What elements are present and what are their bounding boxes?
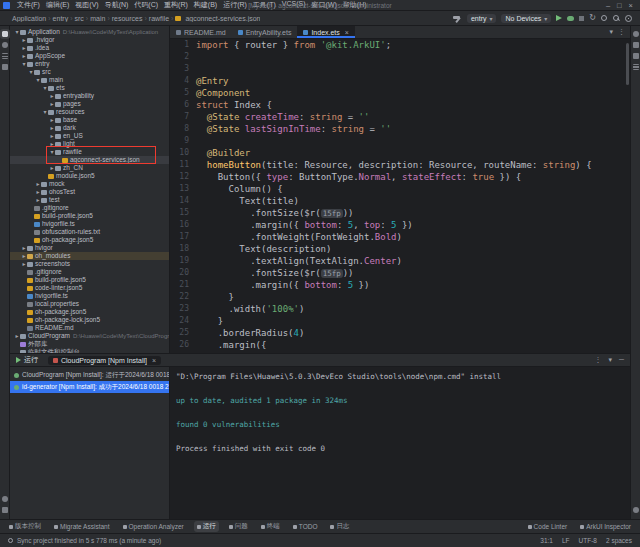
menu-item[interactable]: 编辑(E) bbox=[43, 0, 72, 10]
tree-item[interactable]: build-profile.json5 bbox=[10, 276, 169, 284]
menu-item[interactable]: 代码(C) bbox=[131, 0, 161, 10]
menu-item[interactable]: 运行(R) bbox=[220, 0, 250, 10]
tree-item[interactable]: ▾ets bbox=[10, 84, 169, 92]
tree-item[interactable]: ▸dark bbox=[10, 124, 169, 132]
tree-item[interactable]: module.json5 bbox=[10, 172, 169, 180]
tool-window-button[interactable]: 终端 bbox=[258, 521, 283, 532]
tree-item[interactable]: ▾rawfile bbox=[10, 148, 169, 156]
breadcrumb-item[interactable]: entry bbox=[53, 15, 69, 22]
tree-item[interactable]: code-linter.json5 bbox=[10, 284, 169, 292]
tool-window-button[interactable]: Operation Analyzer bbox=[120, 521, 187, 532]
breadcrumb-item[interactable]: Application bbox=[12, 15, 46, 22]
close-tab-icon[interactable]: × bbox=[345, 29, 349, 36]
editor-tab[interactable]: Index.ets× bbox=[297, 26, 355, 38]
close-icon[interactable]: × bbox=[152, 357, 156, 364]
run-console[interactable]: "D:\Program Files\Huawei\5.0.3\DevEco St… bbox=[170, 367, 630, 519]
tree-item[interactable]: ▸mock bbox=[10, 180, 169, 188]
maximize-button[interactable]: □ bbox=[617, 1, 622, 10]
debug-button[interactable] bbox=[567, 16, 574, 21]
run-config-select[interactable]: entry ▾ bbox=[467, 14, 497, 23]
tree-item[interactable]: ▾ApplicationD:\Huawei\Code\MyText\Applic… bbox=[10, 28, 169, 36]
tree-item[interactable]: local.properties bbox=[10, 300, 169, 308]
tree-item[interactable]: ▸ohosTest bbox=[10, 188, 169, 196]
menu-item[interactable]: 文件(F) bbox=[14, 0, 43, 10]
breadcrumb-item[interactable]: rawfile bbox=[149, 15, 169, 22]
panel-options-icon[interactable]: ⋮ bbox=[595, 356, 602, 364]
tool-window-button[interactable]: 日志 bbox=[327, 521, 352, 532]
code-editor[interactable]: 1import { router } from '@kit.ArkUI';234… bbox=[170, 39, 630, 353]
menu-item[interactable]: 重构(R) bbox=[161, 0, 191, 10]
notifications-icon[interactable] bbox=[633, 31, 639, 37]
tree-item[interactable]: ▸.hvigor bbox=[10, 36, 169, 44]
run-list-item[interactable]: CloudProgram [Npm Install]: 运行于2024/6/18… bbox=[10, 369, 169, 381]
structure-tool-icon[interactable] bbox=[2, 53, 8, 59]
tree-item[interactable]: ▸.idea bbox=[10, 44, 169, 52]
tab-list-chevron-icon[interactable]: ▾ bbox=[609, 28, 613, 36]
tree-item[interactable]: ▾resources bbox=[10, 108, 169, 116]
tool-window-button[interactable]: TODO bbox=[290, 521, 321, 532]
tree-item[interactable]: README.md bbox=[10, 324, 169, 332]
device-select[interactable]: No Devices ▾ bbox=[501, 14, 551, 23]
tree-item[interactable]: ▸base bbox=[10, 116, 169, 124]
bookmarks-tool-icon[interactable] bbox=[2, 64, 8, 70]
tool-window-button[interactable]: Migrate Assistant bbox=[51, 521, 113, 532]
indent-setting[interactable]: 2 spaces bbox=[606, 537, 632, 544]
tree-item[interactable]: agconnect-services.json bbox=[10, 156, 169, 164]
tree-item[interactable]: ▸AppScope bbox=[10, 52, 169, 60]
tool-window-button[interactable]: 版本控制 bbox=[6, 521, 44, 532]
tree-item[interactable]: .gitignore bbox=[10, 268, 169, 276]
tree-item[interactable]: oh-package-lock.json5 bbox=[10, 316, 169, 324]
editor-scrollbar[interactable] bbox=[626, 43, 629, 85]
editor-tab[interactable]: EntryAbility.ets bbox=[232, 26, 298, 38]
menu-item[interactable]: 视图(V) bbox=[72, 0, 101, 10]
commit-tool-icon[interactable] bbox=[2, 42, 8, 48]
ai-assistant-icon[interactable] bbox=[633, 42, 639, 48]
tree-item[interactable]: ▸oh_modules bbox=[10, 252, 169, 260]
run-list-item[interactable]: id-generator [Npm Install]: 成功于2024/6/18… bbox=[10, 381, 169, 393]
run-tool-icon[interactable] bbox=[2, 496, 8, 502]
tree-item[interactable]: ▸pages bbox=[10, 100, 169, 108]
settings-gear-icon[interactable] bbox=[625, 15, 632, 22]
tool-window-button[interactable]: ArkUI Inspector bbox=[577, 522, 634, 531]
terminal-tool-icon[interactable] bbox=[2, 507, 8, 513]
tree-item[interactable]: .gitignore bbox=[10, 204, 169, 212]
stop-button[interactable] bbox=[579, 16, 584, 21]
tree-item[interactable]: ▸entryability bbox=[10, 92, 169, 100]
tree-item[interactable]: hvigorfile.ts bbox=[10, 292, 169, 300]
project-tool-icon[interactable] bbox=[2, 31, 8, 37]
tree-item[interactable]: ▸light bbox=[10, 140, 169, 148]
tree-item[interactable]: ▾main bbox=[10, 76, 169, 84]
close-button[interactable]: × bbox=[629, 1, 633, 10]
tool-window-button[interactable]: Code Linter bbox=[525, 522, 571, 531]
panel-hide-icon[interactable]: ─ bbox=[619, 356, 624, 364]
tree-item[interactable]: ▸en_US bbox=[10, 132, 169, 140]
tree-item[interactable]: ▸screenshots bbox=[10, 260, 169, 268]
tree-item[interactable]: ▸zh_CN bbox=[10, 164, 169, 172]
restart-icon[interactable]: ↻ bbox=[589, 14, 596, 22]
search-icon[interactable] bbox=[612, 14, 620, 22]
encoding[interactable]: UTF-8 bbox=[579, 537, 597, 544]
breadcrumb-item[interactable]: resources bbox=[112, 15, 143, 22]
run-config-tab[interactable]: CloudProgram [Npm Install] × bbox=[48, 356, 161, 365]
tab-options-icon[interactable]: ⋮ bbox=[618, 28, 625, 36]
help-icon[interactable] bbox=[633, 507, 639, 513]
tree-item[interactable]: oh-package.json5 bbox=[10, 308, 169, 316]
tree-item[interactable]: ▾src bbox=[10, 68, 169, 76]
tree-item[interactable]: ▸hvigor bbox=[10, 244, 169, 252]
breadcrumb-item[interactable]: agconnect-services.json bbox=[175, 15, 260, 22]
dependencies-icon[interactable] bbox=[633, 64, 639, 70]
minimize-button[interactable]: – bbox=[606, 1, 610, 10]
tree-item[interactable]: build-profile.json5 bbox=[10, 212, 169, 220]
tree-item[interactable]: obfuscation-rules.txt bbox=[10, 228, 169, 236]
editor-tab[interactable]: README.md bbox=[170, 26, 232, 38]
breadcrumb-item[interactable]: main bbox=[90, 15, 105, 22]
tree-item[interactable]: 外部库 bbox=[10, 340, 169, 348]
run-button[interactable] bbox=[556, 15, 562, 21]
tree-item[interactable]: oh-package.json5 bbox=[10, 236, 169, 244]
panel-collapse-icon[interactable]: ▾ bbox=[609, 356, 613, 364]
tree-item[interactable]: ▸CloudProgramD:\Huawei\Code\MyText\Cloud… bbox=[10, 332, 169, 340]
line-ending[interactable]: LF bbox=[562, 537, 570, 544]
device-manager-icon[interactable] bbox=[633, 53, 639, 59]
tool-window-button[interactable]: 运行 bbox=[194, 521, 219, 532]
profiler-icon[interactable] bbox=[601, 15, 607, 21]
